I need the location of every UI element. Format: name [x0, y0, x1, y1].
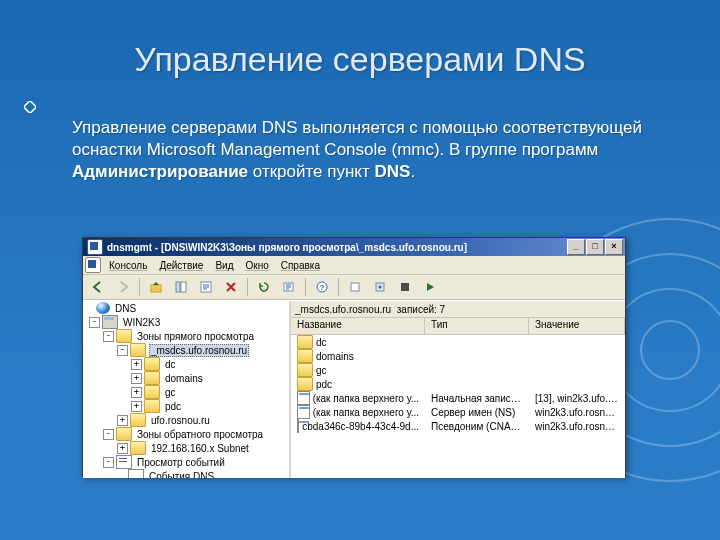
system-menu-icon[interactable] [85, 257, 101, 273]
create-record-button[interactable] [344, 276, 366, 298]
menu-help[interactable]: Справка [275, 260, 326, 271]
folder-icon [297, 349, 313, 363]
menu-console[interactable]: Консоль [103, 260, 153, 271]
tree-subfolder-gc[interactable]: + gc [83, 385, 289, 399]
list-item[interactable]: (как папка верхнего у... Сервер имен (NS… [291, 405, 625, 419]
slide-title: Управление серверами DNS [0, 0, 720, 87]
up-button[interactable] [145, 276, 167, 298]
event-viewer-icon [116, 455, 132, 469]
folder-icon [116, 329, 132, 343]
folder-icon [116, 427, 132, 441]
show-hide-tree-button[interactable] [170, 276, 192, 298]
svg-rect-1 [151, 285, 161, 292]
tree-zone-ufo[interactable]: + ufo.rosnou.ru [83, 413, 289, 427]
svg-rect-3 [181, 282, 186, 292]
record-icon [297, 405, 310, 419]
menubar: Консоль Действие Вид Окно Справка [83, 256, 625, 275]
folder-icon [297, 363, 313, 377]
tree-subfolder-pdc[interactable]: + pdc [83, 399, 289, 413]
tree-zone-msdcs[interactable]: - _msdcs.ufo.rosnou.ru [83, 343, 289, 357]
maximize-button[interactable]: □ [586, 239, 604, 255]
folder-icon [297, 377, 313, 391]
svg-rect-8 [351, 283, 359, 291]
list-item[interactable]: cbda346c-89b4-43c4-9d... Псевдоним (CNAM… [291, 419, 625, 433]
folder-icon [130, 413, 146, 427]
log-icon [128, 469, 144, 478]
svg-rect-0 [24, 101, 36, 113]
list-item[interactable]: domains [291, 349, 625, 363]
filter-button[interactable] [369, 276, 391, 298]
list-pane[interactable]: _msdcs.ufo.rosnou.ru записей: 7 Название… [291, 301, 625, 478]
col-value[interactable]: Значение [529, 318, 625, 334]
delete-button[interactable] [220, 276, 242, 298]
stop-button[interactable] [394, 276, 416, 298]
list-item[interactable]: pdc [291, 377, 625, 391]
window-title: dnsmgmt - [DNS\WIN2K3\Зоны прямого просм… [107, 242, 567, 253]
svg-point-10 [379, 286, 382, 289]
list-item[interactable]: (как папка верхнего у... Начальная запис… [291, 391, 625, 405]
svg-text:?: ? [320, 283, 325, 292]
minimize-button[interactable]: _ [567, 239, 585, 255]
list-rows: dc domains gc pdc [291, 335, 625, 433]
close-button[interactable]: × [605, 239, 623, 255]
svg-rect-2 [176, 282, 180, 292]
list-item[interactable]: dc [291, 335, 625, 349]
folder-icon [130, 343, 146, 357]
tree-server[interactable]: - WIN2K3 [83, 315, 289, 329]
menu-action[interactable]: Действие [153, 260, 209, 271]
back-button[interactable] [87, 276, 109, 298]
menu-window[interactable]: Окно [239, 260, 274, 271]
tree-dns-events[interactable]: + События DNS [83, 469, 289, 478]
forward-button[interactable] [112, 276, 134, 298]
folder-icon [144, 371, 160, 385]
record-icon [297, 419, 299, 433]
tree-pane[interactable]: - DNS - WIN2K3 - Зоны прямого просмотра … [83, 301, 291, 478]
start-button[interactable] [419, 276, 441, 298]
tree-reverse-zones[interactable]: - Зоны обратного просмотра [83, 427, 289, 441]
toolbar: ? [83, 275, 625, 300]
server-icon [102, 315, 118, 329]
list-item[interactable]: gc [291, 363, 625, 377]
list-columns[interactable]: Название Тип Значение [291, 318, 625, 335]
tree-reverse-subnet[interactable]: + 192.168.160.x Subnet [83, 441, 289, 455]
tree-event-viewer[interactable]: - Просмотр событий [83, 455, 289, 469]
folder-icon [144, 357, 160, 371]
tree-subfolder-domains[interactable]: + domains [83, 371, 289, 385]
tree-root-dns[interactable]: - DNS [83, 301, 289, 315]
record-icon [297, 391, 310, 405]
svg-rect-11 [401, 283, 409, 291]
list-header: _msdcs.ufo.rosnou.ru записей: 7 [291, 301, 625, 318]
col-name[interactable]: Название [291, 318, 425, 334]
folder-icon [144, 399, 160, 413]
app-icon [87, 239, 103, 255]
menu-view[interactable]: Вид [209, 260, 239, 271]
refresh-button[interactable] [253, 276, 275, 298]
mmc-window: dnsmgmt - [DNS\WIN2K3\Зоны прямого просм… [82, 237, 626, 477]
dns-root-icon [96, 302, 110, 314]
folder-icon [130, 441, 146, 455]
export-list-button[interactable] [278, 276, 300, 298]
slide-body-text: Управление серверами DNS выполняется с п… [72, 117, 672, 183]
folder-icon [297, 335, 313, 349]
tree-subfolder-dc[interactable]: + dc [83, 357, 289, 371]
bullet-icon [24, 101, 36, 113]
help-button[interactable]: ? [311, 276, 333, 298]
folder-icon [144, 385, 160, 399]
col-type[interactable]: Тип [425, 318, 529, 334]
tree-forward-zones[interactable]: - Зоны прямого просмотра [83, 329, 289, 343]
window-titlebar[interactable]: dnsmgmt - [DNS\WIN2K3\Зоны прямого просм… [83, 238, 625, 256]
properties-button[interactable] [195, 276, 217, 298]
